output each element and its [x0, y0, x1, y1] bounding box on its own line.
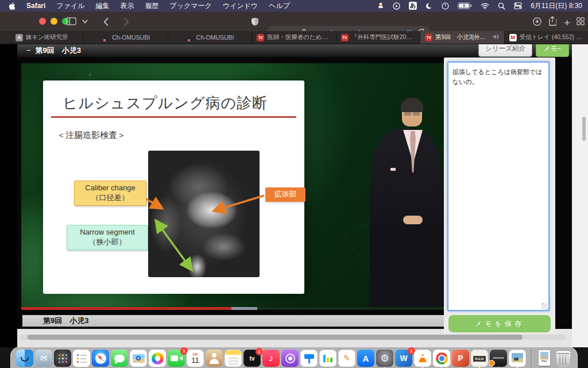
menu-item-window[interactable]: ウインドウ: [223, 1, 258, 11]
video-progress-bar[interactable]: [21, 307, 459, 310]
tab-favicon-tv: TV: [257, 34, 264, 41]
focus-moon-icon[interactable]: [425, 2, 433, 10]
horizontal-scrollbar-thumb[interactable]: [28, 335, 523, 340]
series-info-button[interactable]: シリーズ紹介: [478, 44, 532, 57]
tab-ch-omusubi-1[interactable]: Ch-OMUSUBI: [84, 31, 168, 44]
dock-icon-preview[interactable]: [130, 350, 147, 367]
kolib-banner: KoLib: [473, 356, 486, 362]
tab-ch-omusubi-2[interactable]: Ch-OMUSUBI: [168, 31, 252, 44]
video-title-bar: 第9回 小児3: [21, 314, 457, 328]
dock-icon-powerpoint[interactable]: P: [452, 350, 469, 367]
png-file-thumbnail: PNG: [539, 350, 550, 366]
dock-icon-mail[interactable]: [35, 350, 52, 367]
page-right-gutter: [572, 44, 588, 347]
dock-icon-chrome[interactable]: [433, 350, 450, 367]
tab-surgery-exam-2023[interactable]: TV 『外科専門医試験2023』…: [336, 31, 420, 44]
dock-icon-podcasts[interactable]: [281, 350, 299, 367]
sidebar-chevron-icon[interactable]: [82, 20, 88, 24]
tab-overview-icon[interactable]: [577, 17, 585, 25]
spotlight-search-icon[interactable]: [498, 2, 505, 10]
memo-textarea[interactable]: 拡張してるところは病変部ではないの。: [447, 62, 550, 311]
dock-icon-notes[interactable]: [225, 350, 242, 367]
kolib-glyph: KoLib: [475, 357, 483, 361]
dock-icon-system-settings[interactable]: [376, 350, 393, 367]
dock-icon-safari[interactable]: [92, 350, 109, 367]
dock-icon-word[interactable]: W 1: [395, 350, 412, 367]
window-controls: [39, 18, 69, 25]
memo-panel: 拡張してるところは病変部ではないの。 メモを保存: [444, 57, 555, 334]
dock-icon-calendar[interactable]: 6月 11: [187, 350, 204, 367]
wifi-icon[interactable]: [481, 3, 489, 9]
dock-icon-app-store[interactable]: A: [357, 350, 374, 367]
narrow-segment-en: Narrow segment: [72, 228, 143, 237]
page-content: − 第9回 小児3 シリーズ紹介 メモ− ヒルシュスプルング病の診断 ＜注腸造影…: [0, 44, 588, 347]
apple-menu-icon[interactable]: [8, 2, 16, 10]
dock-icon-photos[interactable]: [149, 350, 166, 367]
dock-icon-launchpad[interactable]: [54, 350, 71, 367]
close-window-button[interactable]: [39, 18, 46, 25]
presenter-hair: [401, 98, 423, 112]
privacy-shield-icon[interactable]: [251, 17, 259, 26]
dock-icon-messages[interactable]: [111, 350, 128, 367]
dock-icon-keynote[interactable]: [300, 350, 318, 367]
new-tab-button[interactable]: +: [564, 17, 570, 29]
memo-save-button[interactable]: メモを保存: [448, 315, 551, 332]
battery-icon[interactable]: [458, 2, 472, 9]
dock-icon-scanner[interactable]: [490, 350, 507, 367]
tab-audio-icon[interactable]: [493, 34, 500, 41]
png-file-label: PNG: [541, 360, 547, 363]
dock-icon-apple-tv[interactable]: tv 1: [243, 350, 261, 367]
control-center-icon[interactable]: [514, 2, 522, 9]
input-source-icon[interactable]: あ: [409, 2, 417, 10]
tab-renkin-lab[interactable]: A 錬キン術研究所: [0, 31, 84, 44]
apple-tv-glyph: tv: [250, 355, 255, 362]
tab-carenet-videos[interactable]: TV 医師・医療者のための動画…: [252, 31, 336, 44]
collapse-toggle[interactable]: −: [26, 46, 31, 55]
menu-item-history[interactable]: 履歴: [145, 1, 158, 11]
play-circle-status-icon[interactable]: [393, 2, 400, 10]
textarea-resize-handle[interactable]: [541, 303, 548, 309]
memo-toggle-button[interactable]: メモ−: [536, 44, 569, 57]
menu-item-safari[interactable]: Safari: [26, 2, 45, 10]
tab-label: Ch-OMUSUBI: [196, 34, 234, 41]
forward-button[interactable]: [124, 18, 129, 26]
dock-icon-facetime[interactable]: 1: [168, 350, 185, 367]
tab-favicon-tv: TV: [425, 34, 432, 41]
narrow-segment-label: Narrow segment （狭小部）: [67, 225, 148, 250]
menu-bar-clock[interactable]: 6月11日(日) 8:30: [531, 1, 582, 11]
dock-icon-image-viewer[interactable]: [509, 350, 526, 367]
downloads-icon[interactable]: [533, 17, 541, 26]
timer-status-icon[interactable]: [442, 2, 449, 10]
dock-icon-kolib[interactable]: KoLib: [471, 350, 488, 367]
tab-active-pediatrics3[interactable]: TV 第9回 小児3|外科専門医…: [420, 31, 504, 44]
video-player[interactable]: ヒルシュスプルング病の診断 ＜注腸造影検査＞ Caliber change （口…: [21, 63, 459, 310]
dock-icon-numbers[interactable]: [319, 350, 336, 367]
share-icon[interactable]: [548, 16, 556, 26]
tab-favicon-a: A: [16, 34, 23, 41]
dock-icon-music[interactable]: [262, 350, 280, 367]
dock-icon-pages[interactable]: [338, 350, 355, 367]
dock-icon-png-file[interactable]: PNG: [536, 350, 553, 367]
tab-gmail-inbox[interactable]: M 受信トレイ (40,552) - kat…: [505, 31, 588, 44]
tab-favicon-omusubi: [186, 34, 194, 41]
menu-item-help[interactable]: ヘルプ: [269, 1, 290, 11]
caliber-change-label: Caliber change （口径差）: [74, 181, 146, 206]
menu-item-view[interactable]: 表示: [120, 1, 134, 11]
sidebar-toggle-icon[interactable]: [66, 17, 76, 25]
dock-icon-reminders[interactable]: [73, 350, 90, 367]
dock-icon-contacts[interactable]: [206, 350, 223, 367]
tab-favicon-tv: TV: [341, 34, 349, 41]
vertical-scrollbar[interactable]: [582, 117, 586, 141]
vlc-status-icon[interactable]: [377, 2, 384, 9]
dock-icon-finder[interactable]: [16, 350, 33, 367]
tab-favicon-omusubi: [102, 34, 109, 41]
back-button[interactable]: [103, 18, 109, 26]
presenter-pocket-square: [390, 168, 396, 171]
dock-icon-vlc[interactable]: [414, 350, 431, 367]
caliber-change-en: Caliber change: [79, 183, 141, 193]
menu-item-edit[interactable]: 編集: [95, 1, 109, 11]
menu-item-file[interactable]: ファイル: [56, 1, 84, 11]
menu-item-bookmarks[interactable]: ブックマーク: [169, 1, 211, 11]
dock-icon-trash[interactable]: [556, 350, 571, 367]
minimize-window-button[interactable]: [51, 18, 57, 25]
